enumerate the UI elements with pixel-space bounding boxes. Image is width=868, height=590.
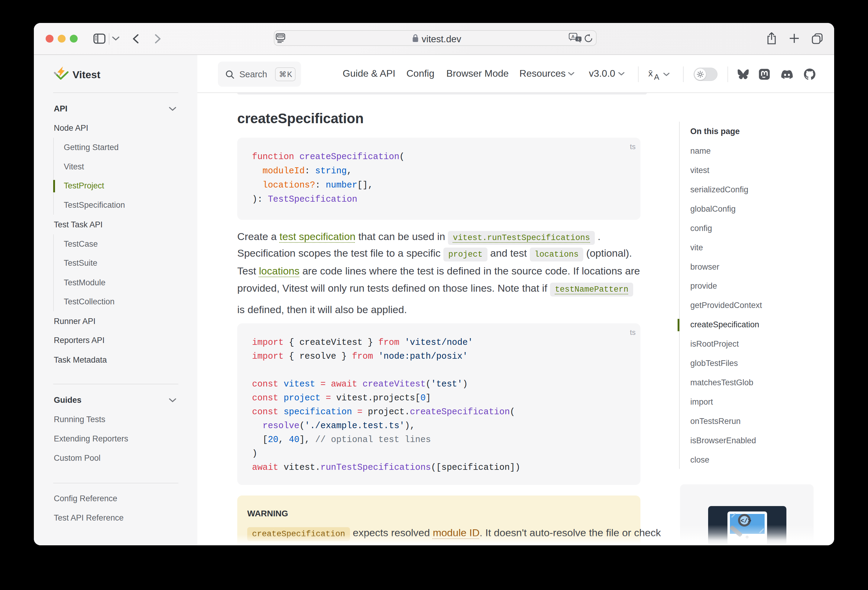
svg-text:x̄: x̄: [577, 37, 579, 41]
svg-text:A: A: [571, 34, 575, 39]
